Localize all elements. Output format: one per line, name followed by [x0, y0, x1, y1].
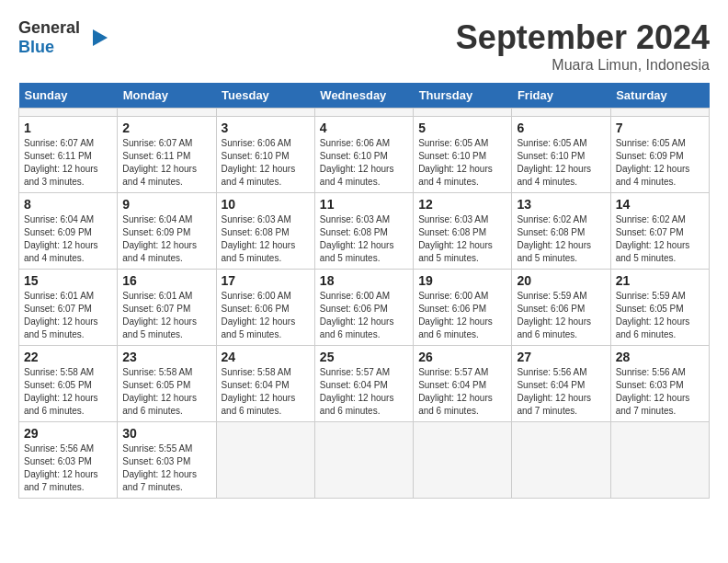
day-number: 4: [320, 121, 408, 135]
table-row: 13 Sunrise: 6:02 AMSunset: 6:08 PMDaylig…: [512, 193, 610, 270]
day-number: 27: [517, 350, 605, 364]
day-detail: Sunrise: 5:58 AMSunset: 6:04 PMDaylight:…: [222, 367, 296, 416]
day-detail: Sunrise: 6:04 AMSunset: 6:09 PMDaylight:…: [24, 214, 98, 263]
table-row: 27 Sunrise: 5:56 AMSunset: 6:04 PMDaylig…: [512, 346, 610, 422]
calendar-table: Sunday Monday Tuesday Wednesday Thursday…: [18, 83, 710, 499]
day-number: 2: [122, 121, 210, 135]
day-detail: Sunrise: 5:56 AMSunset: 6:03 PMDaylight:…: [24, 443, 98, 492]
calendar-week-row: 8 Sunrise: 6:04 AMSunset: 6:09 PMDayligh…: [19, 193, 710, 270]
day-number: 15: [24, 273, 112, 288]
table-row: [19, 109, 118, 117]
day-number: 13: [517, 197, 605, 212]
day-number: 3: [222, 121, 310, 135]
day-detail: Sunrise: 6:05 AMSunset: 6:10 PMDaylight:…: [517, 138, 591, 187]
day-detail: Sunrise: 5:59 AMSunset: 6:05 PMDaylight:…: [616, 291, 690, 339]
table-row: [216, 109, 314, 117]
col-wednesday: Wednesday: [314, 83, 413, 109]
table-row: 9 Sunrise: 6:04 AMSunset: 6:09 PMDayligh…: [118, 193, 216, 270]
day-number: 21: [616, 273, 704, 288]
table-row: 7 Sunrise: 6:05 AMSunset: 6:09 PMDayligh…: [610, 117, 709, 193]
day-number: 25: [320, 350, 408, 364]
page-header: General Blue September 2024 Muara Limun,…: [18, 18, 710, 74]
table-row: 14 Sunrise: 6:02 AMSunset: 6:07 PMDaylig…: [610, 193, 709, 270]
table-row: 15 Sunrise: 6:01 AMSunset: 6:07 PMDaylig…: [19, 270, 118, 346]
day-detail: Sunrise: 6:03 AMSunset: 6:08 PMDaylight:…: [320, 214, 394, 263]
table-row: [512, 422, 610, 499]
col-friday: Friday: [512, 83, 610, 109]
day-detail: Sunrise: 6:05 AMSunset: 6:10 PMDaylight:…: [418, 138, 493, 187]
day-number: 24: [222, 350, 310, 364]
day-detail: Sunrise: 6:01 AMSunset: 6:07 PMDaylight:…: [122, 291, 197, 339]
table-row: 25 Sunrise: 5:57 AMSunset: 6:04 PMDaylig…: [314, 346, 413, 422]
table-row: 12 Sunrise: 6:03 AMSunset: 6:08 PMDaylig…: [414, 193, 512, 270]
day-detail: Sunrise: 5:59 AMSunset: 6:06 PMDaylight:…: [517, 291, 591, 339]
day-detail: Sunrise: 6:00 AMSunset: 6:06 PMDaylight:…: [418, 291, 493, 339]
table-row: 18 Sunrise: 6:00 AMSunset: 6:06 PMDaylig…: [314, 270, 413, 346]
table-row: 6 Sunrise: 6:05 AMSunset: 6:10 PMDayligh…: [512, 117, 610, 193]
table-row: 8 Sunrise: 6:04 AMSunset: 6:09 PMDayligh…: [19, 193, 118, 270]
table-row: 19 Sunrise: 6:00 AMSunset: 6:06 PMDaylig…: [414, 270, 512, 346]
day-detail: Sunrise: 6:02 AMSunset: 6:07 PMDaylight:…: [616, 214, 690, 263]
day-number: 5: [418, 121, 506, 135]
table-row: 10 Sunrise: 6:03 AMSunset: 6:08 PMDaylig…: [216, 193, 314, 270]
day-number: 19: [418, 273, 506, 288]
table-row: 22 Sunrise: 5:58 AMSunset: 6:05 PMDaylig…: [19, 346, 118, 422]
col-sunday: Sunday: [19, 83, 118, 109]
day-detail: Sunrise: 6:07 AMSunset: 6:11 PMDaylight:…: [24, 138, 98, 187]
day-detail: Sunrise: 6:03 AMSunset: 6:08 PMDaylight:…: [418, 214, 493, 263]
table-row: [414, 109, 512, 117]
table-row: 26 Sunrise: 5:57 AMSunset: 6:04 PMDaylig…: [414, 346, 512, 422]
table-row: [118, 109, 216, 117]
table-row: [314, 422, 413, 499]
day-number: 17: [222, 273, 310, 288]
day-detail: Sunrise: 5:57 AMSunset: 6:04 PMDaylight:…: [418, 367, 493, 416]
logo: General Blue: [18, 18, 109, 57]
day-number: 1: [24, 121, 112, 135]
day-detail: Sunrise: 5:56 AMSunset: 6:03 PMDaylight:…: [616, 367, 690, 416]
day-number: 20: [517, 273, 605, 288]
calendar-week-row: 1 Sunrise: 6:07 AMSunset: 6:11 PMDayligh…: [19, 117, 710, 193]
table-row: 20 Sunrise: 5:59 AMSunset: 6:06 PMDaylig…: [512, 270, 610, 346]
col-saturday: Saturday: [610, 83, 709, 109]
table-row: 2 Sunrise: 6:07 AMSunset: 6:11 PMDayligh…: [118, 117, 216, 193]
day-number: 30: [122, 426, 210, 441]
day-number: 7: [616, 121, 704, 135]
logo-general: General: [18, 18, 80, 37]
table-row: 5 Sunrise: 6:05 AMSunset: 6:10 PMDayligh…: [414, 117, 512, 193]
day-number: 11: [320, 197, 408, 212]
day-number: 14: [616, 197, 704, 212]
col-tuesday: Tuesday: [216, 83, 314, 109]
table-row: 1 Sunrise: 6:07 AMSunset: 6:11 PMDayligh…: [19, 117, 118, 193]
day-detail: Sunrise: 6:01 AMSunset: 6:07 PMDaylight:…: [24, 291, 98, 339]
svg-marker-0: [93, 29, 108, 46]
day-detail: Sunrise: 6:03 AMSunset: 6:08 PMDaylight:…: [222, 214, 296, 263]
day-detail: Sunrise: 6:04 AMSunset: 6:09 PMDaylight:…: [122, 214, 197, 263]
day-detail: Sunrise: 5:57 AMSunset: 6:04 PMDaylight:…: [320, 367, 394, 416]
table-row: [610, 422, 709, 499]
table-row: 28 Sunrise: 5:56 AMSunset: 6:03 PMDaylig…: [610, 346, 709, 422]
logo-text: General Blue: [18, 18, 80, 57]
month-title: September 2024: [456, 18, 710, 57]
table-row: 3 Sunrise: 6:06 AMSunset: 6:10 PMDayligh…: [216, 117, 314, 193]
calendar-header-row: Sunday Monday Tuesday Wednesday Thursday…: [19, 83, 710, 109]
day-detail: Sunrise: 5:58 AMSunset: 6:05 PMDaylight:…: [24, 367, 98, 416]
day-number: 6: [517, 121, 605, 135]
logo-blue: Blue: [18, 38, 54, 56]
table-row: [414, 422, 512, 499]
calendar-week-row: 22 Sunrise: 5:58 AMSunset: 6:05 PMDaylig…: [19, 346, 710, 422]
day-detail: Sunrise: 6:06 AMSunset: 6:10 PMDaylight:…: [320, 138, 394, 187]
table-row: 16 Sunrise: 6:01 AMSunset: 6:07 PMDaylig…: [118, 270, 216, 346]
day-detail: Sunrise: 5:56 AMSunset: 6:04 PMDaylight:…: [517, 367, 591, 416]
day-number: 29: [24, 426, 112, 441]
table-row: [216, 422, 314, 499]
table-row: 30 Sunrise: 5:55 AMSunset: 6:03 PMDaylig…: [118, 422, 216, 499]
table-row: 29 Sunrise: 5:56 AMSunset: 6:03 PMDaylig…: [19, 422, 118, 499]
table-row: [314, 109, 413, 117]
table-row: 24 Sunrise: 5:58 AMSunset: 6:04 PMDaylig…: [216, 346, 314, 422]
day-detail: Sunrise: 6:00 AMSunset: 6:06 PMDaylight:…: [222, 291, 296, 339]
day-number: 26: [418, 350, 506, 364]
day-number: 23: [122, 350, 210, 364]
table-row: [512, 109, 610, 117]
day-detail: Sunrise: 6:06 AMSunset: 6:10 PMDaylight:…: [222, 138, 296, 187]
day-number: 16: [122, 273, 210, 288]
